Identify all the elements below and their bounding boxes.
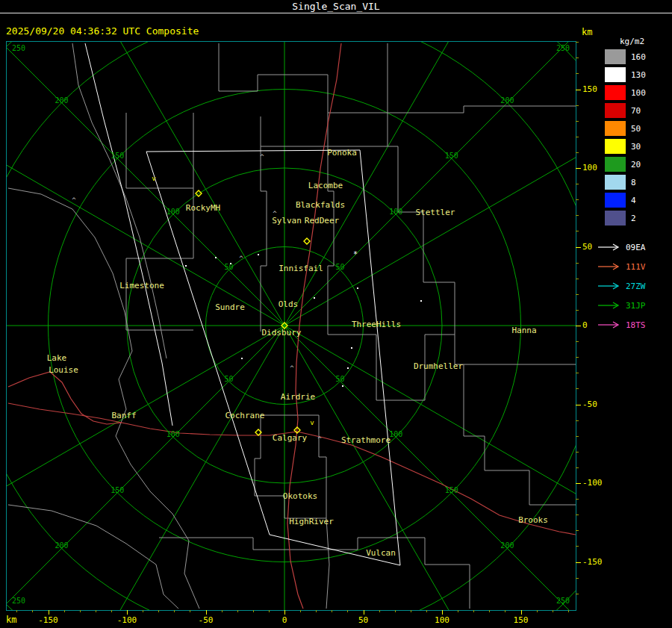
city-label: Blackfalds — [296, 200, 345, 210]
colorbar-swatch — [605, 85, 626, 100]
range-label: 50 — [336, 375, 345, 383]
v-marker: v — [310, 419, 314, 426]
colorbar-swatch — [605, 121, 626, 136]
right-axis-minor-tick — [576, 436, 579, 437]
right-axis-unit-label: km — [582, 27, 592, 37]
bottom-axis-minor-tick — [347, 610, 348, 612]
radar-map-canvas[interactable]: 5050505010010010010015015015015020020020… — [6, 41, 576, 611]
range-label: 250 — [12, 44, 25, 52]
right-axis-tick-label: -150 — [582, 557, 603, 567]
right-axis-tick-label: 150 — [582, 84, 597, 94]
right-axis-minor-tick — [576, 546, 579, 547]
range-label: 100 — [167, 430, 180, 438]
bottom-axis-minor-tick — [190, 610, 190, 612]
app-window: Single_Scan_VIL 2025/09/20 04:36:32 UTC … — [0, 0, 672, 628]
colorbar-row: 8 — [605, 175, 646, 190]
radial-line — [284, 326, 516, 610]
radar-site-arrow-icon — [597, 262, 621, 271]
colorbar-value-label: 50 — [631, 124, 641, 134]
radar-site-arrow-icon — [597, 320, 621, 329]
colorbar-row: 130 — [605, 67, 646, 82]
right-axis-minor-tick — [576, 294, 579, 295]
city-label: Vulcan — [366, 548, 396, 558]
city-label: Banff — [111, 411, 136, 420]
county-boundary — [255, 415, 326, 518]
caret-marker: ^ — [317, 435, 322, 443]
county-boundary — [8, 188, 132, 351]
right-axis-minor-tick — [576, 73, 579, 74]
city-label: RedDeer — [305, 216, 340, 226]
radial-line — [53, 326, 284, 610]
echo-dot — [185, 265, 187, 267]
range-label: 100 — [167, 208, 180, 216]
radar-site-row: 111V — [597, 257, 646, 276]
window-titlebar: Single_Scan_VIL — [0, 0, 672, 13]
radial-line — [7, 94, 284, 326]
bottom-axis-minor-tick — [143, 610, 143, 612]
range-label: 250 — [556, 597, 570, 605]
bottom-axis-minor-tick — [158, 610, 159, 612]
bottom-axis-tick — [206, 610, 207, 615]
scan-timestamp: 2025/09/20 04:36:32 UTC Composite — [6, 25, 199, 37]
bottom-axis-tick-label: 0 — [272, 615, 297, 625]
city-label: Innisfail — [279, 264, 323, 273]
colorbar-value-label: 70 — [631, 106, 641, 116]
bottom-axis-minor-tick — [395, 610, 396, 612]
city-label: Limestone — [119, 281, 164, 290]
right-axis-tick-label: 50 — [582, 242, 592, 252]
county-boundary — [72, 43, 167, 358]
bottom-axis-minor-tick — [80, 610, 81, 612]
right-axis-minor-tick — [576, 341, 579, 342]
city-label: Stettler — [416, 208, 455, 217]
right-axis-minor-tick — [576, 279, 579, 279]
radar-site-arrow-icon — [597, 243, 621, 252]
right-axis-tick-label: -100 — [582, 478, 603, 488]
radar-site-row: 09EA — [597, 237, 646, 257]
city-label: Brooks — [518, 515, 548, 525]
right-axis-minor-tick — [576, 578, 579, 579]
city-label: Airdrie — [281, 392, 315, 402]
bottom-axis-minor-tick — [316, 610, 317, 612]
colorbar-row: 160 — [605, 49, 646, 64]
bottom-axis-tick-label: 50 — [351, 615, 376, 625]
colorbar-value-label: 130 — [631, 70, 646, 80]
bottom-axis-tick — [49, 610, 49, 615]
highway — [8, 372, 122, 424]
radar-site-row: 27ZW — [597, 276, 646, 296]
radar-site-id: 09EA — [626, 243, 646, 252]
range-label: 200 — [55, 96, 69, 105]
colorbar-row: 50 — [605, 121, 646, 136]
city-label: Didsbury — [262, 328, 302, 338]
caret-marker: ^ — [72, 196, 76, 204]
echo-dot — [230, 263, 231, 264]
colorbar-swatch — [605, 193, 626, 208]
bottom-axis-tick-label: -100 — [114, 615, 140, 625]
range-label: 250 — [556, 44, 570, 52]
echo-dot — [420, 300, 422, 302]
bottom-axis-minor-tick — [568, 610, 569, 612]
right-axis-minor-tick — [576, 263, 579, 264]
range-label: 200 — [500, 96, 514, 105]
right-axis-minor-tick — [576, 184, 579, 184]
right-axis-tick-label: -50 — [582, 400, 597, 409]
colorbar-swatch — [605, 49, 626, 64]
range-label: 150 — [445, 152, 458, 160]
city-label: Hanna — [511, 326, 536, 335]
v-marker: v — [152, 175, 155, 182]
colorbar-row: 20 — [605, 157, 646, 172]
county-boundary — [219, 43, 328, 113]
colorbar-value-label: 2 — [631, 214, 636, 223]
right-axis-minor-tick — [576, 137, 579, 137]
bottom-axis-minor-tick — [300, 610, 301, 612]
county-boundary — [126, 113, 193, 330]
range-label: 100 — [389, 430, 402, 438]
right-axis-minor-tick — [576, 499, 579, 500]
colorbar-swatch — [605, 139, 626, 154]
asterisk-marker: * — [353, 250, 358, 258]
county-boundary — [326, 518, 329, 609]
right-axis-tick-label: 0 — [582, 320, 588, 330]
bottom-axis-minor-tick — [489, 610, 490, 612]
right-axis-minor-tick — [576, 199, 579, 200]
radar-coverage-outline — [85, 43, 172, 426]
bottom-axis-minor-tick — [426, 610, 427, 612]
